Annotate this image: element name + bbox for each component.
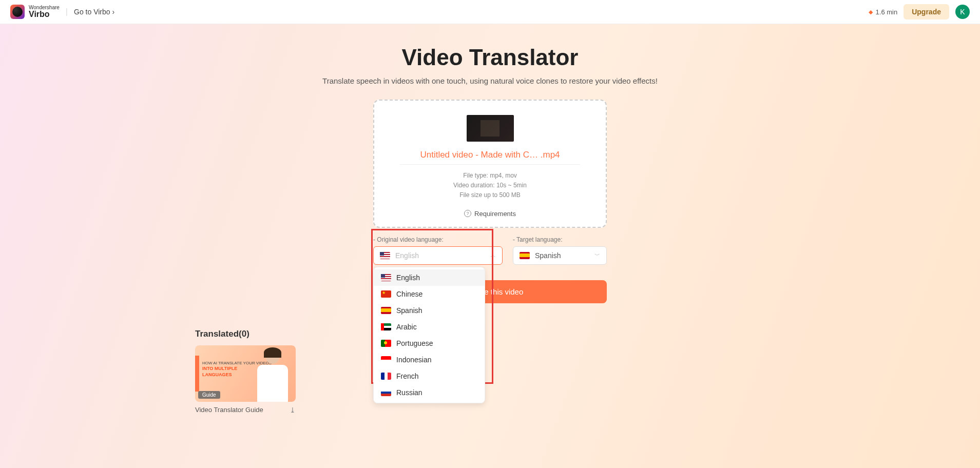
app-header: Wondershare Virbo | Go to Virbo › ◆ 1.6 … [0,0,980,24]
original-language-select[interactable]: ︿ [373,246,503,265]
flag-es-icon [381,307,391,314]
target-language-select[interactable]: Spanish ﹀ [513,246,607,265]
language-option-label: Arabic [396,323,417,331]
page-subtitle: Translate speech in videos with one touc… [0,76,980,85]
requirements-link[interactable]: ? Requirements [385,210,595,218]
language-option-french[interactable]: French [374,368,485,384]
guide-title: Video Translator Guide [195,406,263,414]
flag-fr-icon [381,373,391,380]
language-option-label: Russian [396,388,422,397]
language-option-label: Indonesian [396,356,432,364]
go-link-label: Go to Virbo [74,8,110,16]
flag-cn-icon [381,290,391,298]
video-thumbnail [467,115,514,142]
language-option-label: English [396,274,420,282]
language-option-label: Chinese [396,290,422,298]
question-icon: ? [464,210,471,217]
brand-logo[interactable]: Wondershare Virbo [10,5,60,19]
language-option-spanish[interactable]: Spanish [374,302,485,319]
language-option-label: Portuguese [396,339,433,347]
page-title: Video Translator [0,45,980,70]
brand-bottom: Virbo [29,10,60,18]
file-info: File type: mp4, mov Video duration: 10s … [385,171,595,201]
go-to-virbo-link[interactable]: Go to Virbo › [74,8,114,16]
upgrade-button[interactable]: Upgrade [904,4,949,20]
chevron-right-icon: › [112,8,115,16]
uploaded-filename: Untitled video - Made with C… .mp4 [400,150,580,165]
flag-id-icon [381,356,391,363]
download-icon[interactable]: ⤓ [290,406,296,414]
flag-pt-icon [381,340,391,347]
upload-card[interactable]: Untitled video - Made with C… .mp4 File … [373,100,607,228]
language-option-label: French [396,372,419,380]
file-duration-info: Video duration: 10s ~ 5min [385,181,595,190]
guide-badge: Guide [198,391,220,399]
chevron-down-icon: ﹀ [594,251,600,259]
guide-thumbnail: HOW AI TRANSLATE YOUR VIDEOS INTO MULTIP… [195,345,296,402]
flag-us-icon [380,252,390,259]
chevron-up-icon: ︿ [490,251,496,259]
language-option-english[interactable]: English [374,269,485,286]
header-divider: | [66,7,68,16]
flag-es-icon [520,252,530,259]
requirements-label: Requirements [474,210,516,218]
flag-ru-icon [381,389,391,396]
language-option-chinese[interactable]: Chinese [374,286,485,302]
language-option-portuguese[interactable]: Portuguese [374,335,485,352]
credits-display: ◆ 1.6 min [869,8,898,16]
original-language-label: - Original video language: [373,236,503,243]
file-type-info: File type: mp4, mov [385,171,595,181]
language-dropdown[interactable]: EnglishChineseSpanishArabicPortugueseInd… [373,267,485,403]
flag-us-icon [381,274,391,281]
diamond-icon: ◆ [869,9,873,15]
language-selectors: - Original video language: ︿ - Target la… [373,236,607,265]
main-content: Video Translator Translate speech in vid… [0,24,980,468]
guide-card[interactable]: HOW AI TRANSLATE YOUR VIDEOS INTO MULTIP… [195,345,296,414]
language-option-indonesian[interactable]: Indonesian [374,352,485,368]
language-option-label: Spanish [396,306,422,315]
logo-text: Wondershare Virbo [29,5,60,18]
language-option-arabic[interactable]: Arabic [374,319,485,335]
file-size-info: File size up to 500 MB [385,190,595,200]
language-option-russian[interactable]: Russian [374,384,485,401]
flag-ae-icon [381,323,391,330]
target-language-value: Spanish [535,251,561,260]
user-avatar[interactable]: K [955,5,970,19]
target-language-column: - Target language: Spanish ﹀ [513,236,607,265]
original-language-column: - Original video language: ︿ [373,236,503,265]
original-language-input[interactable] [395,251,485,260]
credits-value: 1.6 min [876,8,898,16]
logo-icon [10,5,25,19]
target-language-label: - Target language: [513,236,607,243]
